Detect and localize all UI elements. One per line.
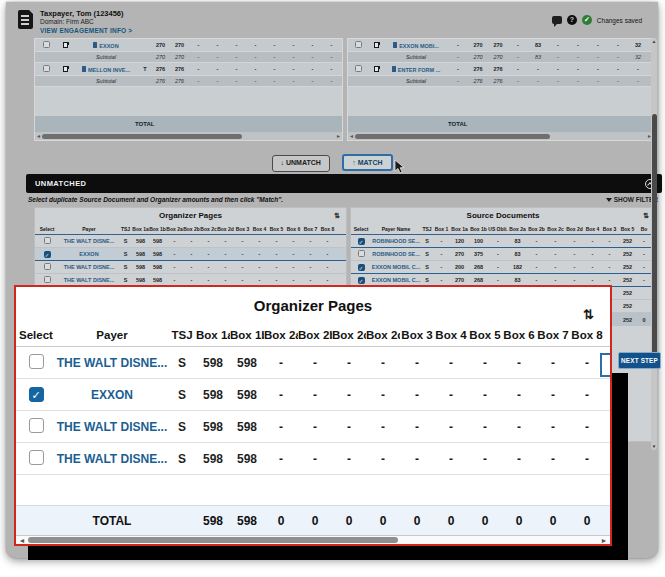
row-checkbox[interactable] [29, 354, 44, 369]
payer-link[interactable]: THE WALT DISNE... [64, 264, 115, 270]
vertical-scrollbar[interactable]: ▲ ▼ [651, 38, 657, 450]
help-icon[interactable]: ? [567, 15, 577, 25]
table-row[interactable]: Subtotal-276276------- [348, 76, 653, 87]
row-checkbox[interactable]: ✓ [358, 277, 365, 284]
table-row[interactable]: ✓EXXON MOBIL C...S-200268-182-----252- [351, 261, 655, 274]
table-row[interactable]: ✓EXXONS598598---------- [16, 379, 610, 411]
row-checkbox[interactable] [29, 418, 44, 433]
copy-icon[interactable] [374, 66, 379, 72]
horizontal-scrollbar[interactable]: ◄ ► [35, 132, 342, 140]
payer-link[interactable]: EXXON MOBI... [399, 43, 439, 49]
table-row[interactable]: Subtotal270270-------- [35, 52, 342, 63]
scroll-up-icon[interactable]: ▲ [651, 39, 657, 44]
row-checkbox[interactable] [44, 237, 51, 244]
table-row[interactable]: THE WALT DISNE...S598598---------- [16, 443, 610, 475]
payer-link[interactable]: EXXON MOBIL C... [372, 277, 421, 283]
payer-link[interactable]: EXXON [79, 251, 98, 257]
table-row[interactable]: THE WALT DISNE...S598598---------- [35, 235, 346, 248]
table-row[interactable]: ROBINHOOD SE...S-270375-83-----252- [351, 248, 655, 261]
payer-link[interactable]: EXXON [91, 388, 133, 402]
document-icon [82, 66, 86, 72]
taxpayer-document-icon [18, 10, 33, 29]
payer-link[interactable]: ROBINHOOD SE... [372, 238, 420, 244]
saved-check-icon: ✓ [582, 15, 592, 25]
scroll-left-icon[interactable]: ◄ [35, 133, 42, 139]
table-row[interactable]: Subtotal276276-------- [35, 76, 342, 87]
document-icon [93, 42, 97, 48]
matched-source-panel: EXXON MOBI...-270270-83----32Subtotal-27… [347, 38, 654, 141]
unmatched-section-header[interactable]: UNMATCHED [26, 174, 662, 193]
sort-icon[interactable]: ⇅ [334, 208, 340, 224]
row-checkbox[interactable] [44, 263, 51, 270]
matched-organizer-panel: EXXON270270--------Subtotal270270-------… [34, 38, 343, 141]
comment-icon[interactable] [552, 16, 562, 24]
payer-link[interactable]: ENTER FORM ... [398, 67, 440, 73]
table-row[interactable]: ✓EXXONS598598---------- [35, 248, 346, 261]
row-checkbox[interactable]: ✓ [358, 238, 365, 245]
up-arrow-icon: ↑ [352, 159, 356, 166]
row-checkbox[interactable] [29, 450, 44, 465]
mouse-cursor [394, 159, 405, 174]
popup-title: Organizer Pages⇅ [16, 287, 610, 323]
row-checkbox[interactable]: ✓ [29, 387, 44, 402]
changes-saved-status: Changes saved [597, 17, 642, 24]
view-engagement-link[interactable]: VIEW ENGAGEMENT INFO > [40, 27, 132, 34]
match-button[interactable]: ↑ MATCH [342, 154, 392, 171]
popup-horizontal-scrollbar[interactable]: ◄ ► [16, 535, 610, 544]
scrollbar-thumb[interactable] [42, 134, 242, 139]
payer-link[interactable]: THE WALT DISNE... [64, 238, 115, 244]
scroll-left-icon[interactable]: ◄ [348, 133, 355, 139]
payer-link[interactable]: THE WALT DISNE... [64, 277, 115, 283]
table-row[interactable]: ✓ROBINHOOD SE...S-120100-83-----252- [351, 235, 655, 248]
row-checkbox[interactable] [43, 41, 50, 48]
table-row[interactable]: MELLON INVE...T276276-------- [35, 63, 342, 76]
table-row[interactable]: THE WALT DISNE...S598598---------- [16, 411, 610, 443]
popup-shadow [612, 373, 628, 546]
copy-icon[interactable] [374, 42, 379, 48]
instruction-text: Select duplicate Source Document and Org… [28, 196, 283, 203]
down-arrow-icon: ↓ [281, 159, 285, 166]
row-checkbox[interactable]: ✓ [358, 264, 365, 271]
copy-icon[interactable] [63, 42, 68, 48]
clipped-button-fragment [600, 353, 610, 377]
total-row: TOTAL [35, 116, 342, 132]
table-row[interactable]: EXXON270270-------- [35, 39, 342, 52]
unmatch-button[interactable]: ↓ UNMATCH [272, 155, 330, 172]
payer-link[interactable]: THE WALT DISNE... [57, 452, 167, 466]
filter-icon [606, 198, 612, 202]
payer-link[interactable]: THE WALT DISNE... [57, 420, 167, 434]
payer-link[interactable]: ROBINHOOD SE... [372, 251, 420, 257]
payer-link[interactable]: EXXON [99, 43, 118, 49]
scroll-right-icon[interactable]: ► [335, 133, 342, 139]
row-checkbox[interactable]: ✓ [44, 251, 51, 258]
row-checkbox[interactable] [44, 276, 51, 283]
table-row[interactable]: ENTER FORM ...-276276------- [348, 63, 653, 76]
scroll-down-icon[interactable]: ▼ [651, 444, 657, 449]
payer-link[interactable]: EXXON MOBIL C... [372, 264, 421, 270]
domain-label: Domain: Firm ABC [40, 18, 94, 25]
row-checkbox[interactable] [355, 65, 362, 72]
scrollbar-thumb[interactable] [28, 537, 398, 543]
scroll-left-icon[interactable]: ◄ [16, 537, 28, 544]
row-checkbox[interactable] [358, 250, 365, 257]
document-icon [392, 66, 396, 72]
sort-icon[interactable]: ⇅ [583, 296, 594, 334]
sort-icon[interactable]: ⇅ [643, 208, 649, 224]
horizontal-scrollbar[interactable]: ◄ ► [348, 132, 653, 140]
payer-link[interactable]: MELLON INVE... [88, 67, 130, 73]
table-row[interactable]: EXXON MOBI...-270270-83----32 [348, 39, 653, 52]
row-checkbox[interactable] [355, 41, 362, 48]
organizer-pages-title: Organizer Pages⇅ [35, 208, 346, 224]
taxpayer-name: Taxpayer, Tom (123456) [40, 9, 124, 18]
table-row[interactable]: THE WALT DISNE...S598598---------- [35, 261, 346, 274]
scroll-right-icon[interactable]: ► [598, 537, 610, 544]
copy-icon[interactable] [63, 66, 68, 72]
next-step-button[interactable]: NEXT STEP [618, 352, 661, 369]
scrollbar-thumb[interactable] [355, 134, 550, 139]
table-row[interactable]: THE WALT DISNE...S598598---------- [16, 347, 610, 379]
total-row: TOTAL [348, 116, 653, 132]
row-checkbox[interactable] [43, 65, 50, 72]
payer-link[interactable]: THE WALT DISNE... [57, 356, 167, 370]
table-row[interactable]: Subtotal-270270-83----32 [348, 52, 653, 63]
scrollbar-thumb[interactable] [652, 114, 657, 354]
